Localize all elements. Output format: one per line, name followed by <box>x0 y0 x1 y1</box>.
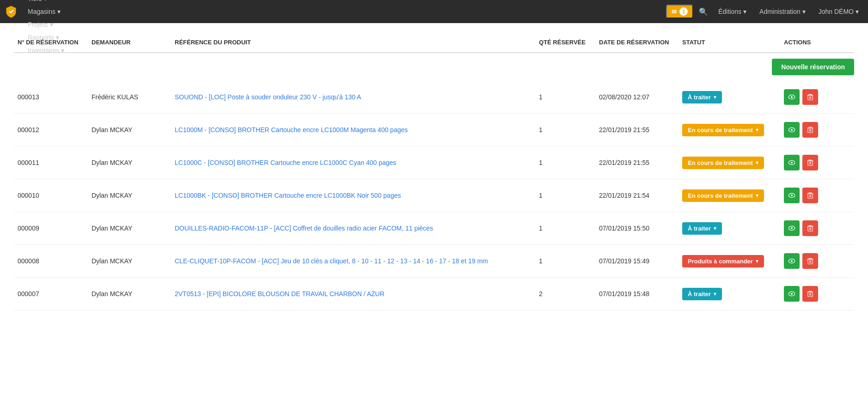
cell-statut-1: En cours de traitement ▾ <box>679 122 780 138</box>
svg-rect-29 <box>808 194 813 198</box>
svg-rect-56 <box>808 292 813 297</box>
cell-reference-1: LC1000M - [CONSO] BROTHER Cartouche encr… <box>171 124 535 135</box>
nav-right: ✉ 1 🔍 Éditions ▾ Administration ▾ John D… <box>666 5 863 18</box>
actions-cell-6 <box>784 286 850 302</box>
status-dropdown-arrow-6: ▾ <box>714 291 716 297</box>
mail-count: 1 <box>679 7 688 16</box>
cell-demandeur-1: Dylan MCKAY <box>88 124 171 135</box>
svg-rect-2 <box>808 95 813 100</box>
editions-menu[interactable]: Éditions ▾ <box>714 5 751 18</box>
nav-menu: Produits▾Équipements▾Tiers▾Magasins▾Proj… <box>23 0 75 57</box>
status-badge-2[interactable]: En cours de traitement ▾ <box>682 157 764 169</box>
delete-button-0[interactable] <box>802 89 818 105</box>
view-button-0[interactable] <box>784 89 800 105</box>
cell-statut-0: À traiter ▾ <box>679 89 780 105</box>
editions-dropdown-icon: ▾ <box>743 8 746 15</box>
eye-icon-6 <box>788 290 795 298</box>
cell-date-4: 07/01/2019 15:50 <box>595 223 679 234</box>
nav-item-magasins[interactable]: Magasins▾ <box>23 5 75 18</box>
trash-icon-1 <box>807 126 813 134</box>
trash-icon-6 <box>807 290 813 298</box>
cell-actions-5 <box>780 251 854 271</box>
cell-num-2: 000011 <box>14 157 88 168</box>
cell-qty-5: 1 <box>535 255 595 267</box>
svg-point-10 <box>791 129 793 131</box>
nav-item-projets[interactable]: Projets▾ <box>23 18 75 31</box>
actions-cell-4 <box>784 220 850 236</box>
delete-button-5[interactable] <box>802 253 818 269</box>
actions-cell-2 <box>784 155 850 170</box>
cell-actions-2 <box>780 153 854 172</box>
delete-button-1[interactable] <box>802 122 818 138</box>
mail-icon: ✉ <box>672 8 677 15</box>
view-button-5[interactable] <box>784 253 800 269</box>
status-badge-0[interactable]: À traiter ▾ <box>682 91 722 103</box>
cell-qty-2: 1 <box>535 157 595 168</box>
trash-icon-3 <box>807 192 813 199</box>
mail-button[interactable]: ✉ 1 <box>666 5 693 18</box>
delete-button-6[interactable] <box>802 286 818 302</box>
actions-cell-5 <box>784 253 850 269</box>
cell-actions-3 <box>780 186 854 205</box>
administration-menu[interactable]: Administration ▾ <box>755 5 810 18</box>
status-badge-3[interactable]: En cours de traitement ▾ <box>682 189 764 202</box>
cell-date-3: 22/01/2019 21:54 <box>595 190 679 201</box>
svg-point-55 <box>791 293 793 295</box>
trash-icon-2 <box>807 159 813 166</box>
table-body: 000013 Frédéric KULAS SOUOND - [LOC] Pos… <box>14 81 854 310</box>
cell-statut-3: En cours de traitement ▾ <box>679 188 780 204</box>
status-badge-5[interactable]: Produits à commander ▾ <box>682 255 764 267</box>
eye-icon-3 <box>788 192 795 199</box>
svg-point-37 <box>791 227 793 229</box>
nav-item-tiers[interactable]: Tiers▾ <box>23 0 75 5</box>
svg-point-19 <box>791 162 793 164</box>
th-reservation-num: N° DE RÉSERVATION <box>14 37 88 48</box>
svg-rect-38 <box>808 226 813 231</box>
cell-statut-6: À traiter ▾ <box>679 286 780 302</box>
delete-button-3[interactable] <box>802 188 818 203</box>
navbar: Produits▾Équipements▾Tiers▾Magasins▾Proj… <box>0 0 868 23</box>
cell-reference-0: SOUOND - [LOC] Poste à souder onduleur 2… <box>171 91 535 103</box>
table-row: 000007 Dylan MCKAY 2VT0513 - [EPI] BICOL… <box>14 278 854 310</box>
cell-demandeur-2: Dylan MCKAY <box>88 157 171 168</box>
cell-qty-4: 1 <box>535 223 595 234</box>
eye-icon-4 <box>788 225 795 232</box>
cell-date-1: 22/01/2019 21:55 <box>595 124 679 135</box>
cell-demandeur-0: Frédéric KULAS <box>88 91 171 103</box>
view-button-3[interactable] <box>784 188 800 203</box>
user-dropdown-icon: ▾ <box>856 8 859 15</box>
cell-qty-3: 1 <box>535 190 595 201</box>
delete-button-2[interactable] <box>802 155 818 170</box>
brand-logo <box>5 5 18 18</box>
cell-num-0: 000013 <box>14 91 88 103</box>
cell-reference-3: LC1000BK - [CONSO] BROTHER Cartouche enc… <box>171 190 535 201</box>
actions-cell-3 <box>784 188 850 203</box>
cell-reference-4: DOUILLES-RADIO-FACOM-11P - [ACC] Coffret… <box>171 223 535 234</box>
view-button-4[interactable] <box>784 220 800 236</box>
cell-actions-1 <box>780 120 854 140</box>
status-dropdown-arrow-4: ▾ <box>714 225 716 231</box>
cell-date-5: 07/01/2019 15:49 <box>595 255 679 267</box>
user-menu[interactable]: John DÉMO ▾ <box>814 5 863 18</box>
cell-date-2: 22/01/2019 21:55 <box>595 157 679 168</box>
th-qty: QTÉ RÉSERVÉE <box>535 37 595 48</box>
table-header: N° DE RÉSERVATION DEMANDEUR RÉFÉRENCE DU… <box>14 32 854 53</box>
view-button-1[interactable] <box>784 122 800 138</box>
new-reservation-button[interactable]: Nouvelle réservation <box>772 59 854 75</box>
cell-actions-6 <box>780 284 854 304</box>
search-button[interactable]: 🔍 <box>697 6 710 18</box>
table-row: 000012 Dylan MCKAY LC1000M - [CONSO] BRO… <box>14 114 854 146</box>
th-date: DATE DE RÉSERVATION <box>595 37 679 48</box>
svg-rect-11 <box>808 128 813 133</box>
view-button-6[interactable] <box>784 286 800 302</box>
table-row: 000009 Dylan MCKAY DOUILLES-RADIO-FACOM-… <box>14 212 854 245</box>
cell-actions-0 <box>780 87 854 107</box>
status-badge-4[interactable]: À traiter ▾ <box>682 222 722 235</box>
status-badge-6[interactable]: À traiter ▾ <box>682 288 722 300</box>
delete-button-4[interactable] <box>802 220 818 236</box>
cell-demandeur-6: Dylan MCKAY <box>88 288 171 299</box>
status-badge-1[interactable]: En cours de traitement ▾ <box>682 124 764 136</box>
main-content: N° DE RÉSERVATION DEMANDEUR RÉFÉRENCE DU… <box>0 23 868 407</box>
view-button-2[interactable] <box>784 155 800 170</box>
actions-cell-0 <box>784 89 850 105</box>
